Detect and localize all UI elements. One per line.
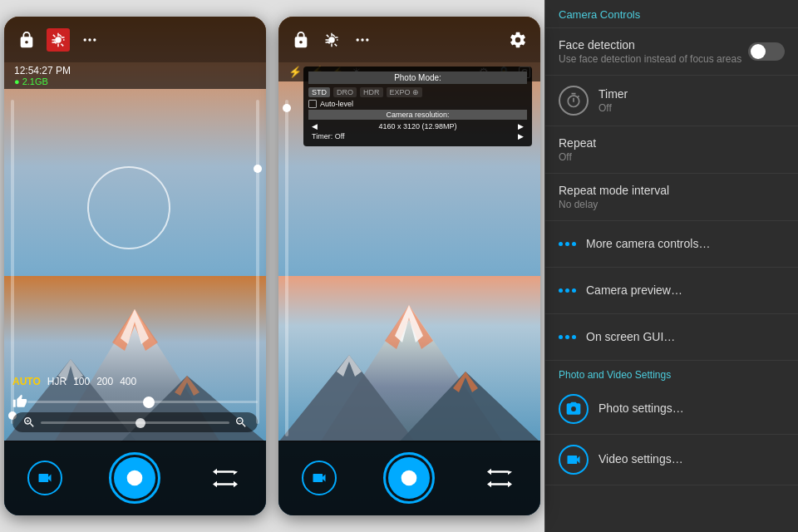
mode-dro[interactable]: DRO: [333, 87, 357, 97]
zoom-row: [12, 412, 258, 432]
flip-camera-button-2[interactable]: [482, 461, 517, 495]
settings-item-photo-settings[interactable]: Photo settings…: [545, 384, 798, 435]
camera-preview-title: Camera preview…: [586, 283, 785, 297]
auto-level-checkbox[interactable]: Auto-level: [308, 100, 527, 108]
svg-point-21: [361, 38, 363, 41]
settings-header: Camera Controls: [545, 0, 798, 28]
more-controls-content: More camera controls…: [586, 237, 785, 252]
timer-row[interactable]: Timer: Off ▶: [308, 131, 527, 141]
settings-icon-2[interactable]: [505, 27, 530, 52]
photo-settings-content: Photo settings…: [598, 401, 785, 416]
svg-point-11: [127, 470, 143, 486]
exposure-controls: AUTO HJR 100 200 400: [4, 372, 266, 432]
exposure-slider-track[interactable]: [27, 401, 258, 403]
exposure-icon-2[interactable]: [320, 28, 343, 52]
repeat-sub: Off: [559, 151, 785, 163]
on-screen-gui-title: On screen GUI…: [586, 330, 785, 343]
face-detection-sub: Use face detection instead of focus area…: [559, 53, 748, 65]
more-controls-title: More camera controls…: [586, 237, 785, 250]
photo-mode-title: Photo Mode:: [308, 71, 527, 84]
side-zoom-slider[interactable]: [256, 100, 259, 424]
face-detection-content: Face detection Use face detection instea…: [559, 38, 748, 65]
settings-item-face-detection[interactable]: Face detection Use face detection instea…: [545, 28, 798, 76]
iso-400[interactable]: 400: [120, 376, 136, 387]
lock-icon[interactable]: [14, 27, 39, 52]
timer-sub: Off: [598, 102, 785, 114]
iso-hjr[interactable]: HJR: [47, 376, 66, 387]
video-settings-icon: [559, 445, 589, 475]
repeat-interval-sub: No delay: [559, 199, 785, 210]
svg-point-23: [401, 470, 417, 486]
camera-panel-1: 12:54:27 PM ● 2.1GB AUTO HJR 100 200 400: [4, 17, 266, 515]
auto-level-label: Auto-level: [320, 100, 353, 108]
bottom-bar-2: [278, 441, 540, 515]
repeat-interval-content: Repeat mode interval No delay: [559, 184, 785, 210]
storage-display: ● 2.1GB: [14, 76, 256, 86]
iso-200[interactable]: 200: [96, 376, 113, 387]
timer-icon: [559, 86, 589, 116]
flash-icon[interactable]: ⚡: [288, 66, 302, 78]
top-bar-2: [278, 17, 540, 62]
camera-preview-content: Camera preview…: [586, 283, 785, 298]
settings-item-repeat-interval[interactable]: Repeat mode interval No delay: [545, 174, 798, 221]
top-bar-1: [4, 17, 266, 62]
settings-item-video-settings[interactable]: Video settings…: [545, 435, 798, 485]
photo-mode-options: STD DRO HDR EXPO ⊕: [308, 87, 527, 97]
camera-panel-2: ⚡ ⚡ ⚡ ☀ ⚙ 🔒 C Photo Mode: STD DRO HDR EX…: [278, 17, 540, 515]
focus-circle[interactable]: [87, 166, 170, 249]
resolution-value[interactable]: ◀ 4160 x 3120 (12.98MP) ▶: [308, 121, 527, 131]
timer-title: Timer: [598, 87, 785, 101]
iso-auto[interactable]: AUTO: [12, 376, 41, 387]
shutter-button-1[interactable]: [109, 452, 160, 504]
repeat-content: Repeat Off: [559, 136, 785, 163]
flip-camera-button-1[interactable]: [208, 461, 243, 495]
lock-icon-2[interactable]: [288, 27, 313, 52]
top-bar-2-left: [288, 27, 505, 52]
exposure-slider-row: [12, 391, 258, 412]
exposure-icon[interactable]: [46, 27, 71, 52]
iso-100[interactable]: 100: [73, 376, 90, 387]
left-exposure-slider-2[interactable]: [285, 100, 288, 436]
video-button-2[interactable]: [302, 461, 337, 495]
svg-point-20: [357, 38, 359, 41]
svg-point-22: [366, 38, 368, 41]
video-button-1[interactable]: [27, 461, 62, 495]
bottom-bar-1: [4, 441, 266, 515]
mode-std[interactable]: STD: [308, 87, 330, 97]
timer-content: Timer Off: [598, 87, 785, 114]
shutter-button-2[interactable]: [383, 452, 435, 504]
top-bar-2-right: [505, 27, 530, 52]
settings-item-on-screen-gui[interactable]: On screen GUI…: [545, 314, 798, 361]
face-detection-toggle[interactable]: [748, 42, 785, 61]
settings-item-more-controls[interactable]: More camera controls…: [545, 221, 798, 268]
face-detection-right: [748, 42, 785, 61]
photo-mode-menu: Photo Mode: STD DRO HDR EXPO ⊕ Auto-leve…: [303, 66, 532, 146]
face-detection-title: Face detection: [559, 38, 748, 52]
top-bar-left-icons: [14, 27, 256, 52]
photo-video-section-header: Photo and Video Settings: [545, 361, 798, 384]
more-options-icon-2[interactable]: [350, 27, 375, 52]
on-screen-gui-content: On screen GUI…: [586, 330, 785, 345]
svg-point-8: [84, 38, 86, 41]
resolution-title: Camera resolution:: [308, 110, 527, 120]
repeat-interval-title: Repeat mode interval: [559, 184, 785, 197]
video-settings-content: Video settings…: [598, 452, 785, 467]
settings-item-timer[interactable]: Timer Off: [545, 76, 798, 126]
repeat-title: Repeat: [559, 136, 785, 150]
photo-settings-icon: [559, 394, 589, 424]
mode-expo[interactable]: EXPO ⊕: [387, 87, 423, 97]
on-screen-gui-dots: [559, 335, 576, 339]
video-settings-title: Video settings…: [598, 452, 785, 466]
iso-row: AUTO HJR 100 200 400: [12, 372, 258, 391]
time-display: 12:54:27 PM: [14, 65, 256, 76]
mode-hdr[interactable]: HDR: [360, 87, 383, 97]
settings-item-repeat[interactable]: Repeat Off: [545, 126, 798, 174]
svg-point-9: [88, 38, 91, 41]
svg-point-10: [93, 38, 96, 41]
camera-preview-dots: [559, 288, 576, 293]
settings-item-camera-preview[interactable]: Camera preview…: [545, 268, 798, 314]
photo-settings-title: Photo settings…: [598, 401, 785, 415]
more-controls-dots: [559, 242, 576, 246]
info-bar: 12:54:27 PM ● 2.1GB: [4, 62, 266, 89]
more-options-icon[interactable]: [77, 27, 102, 52]
